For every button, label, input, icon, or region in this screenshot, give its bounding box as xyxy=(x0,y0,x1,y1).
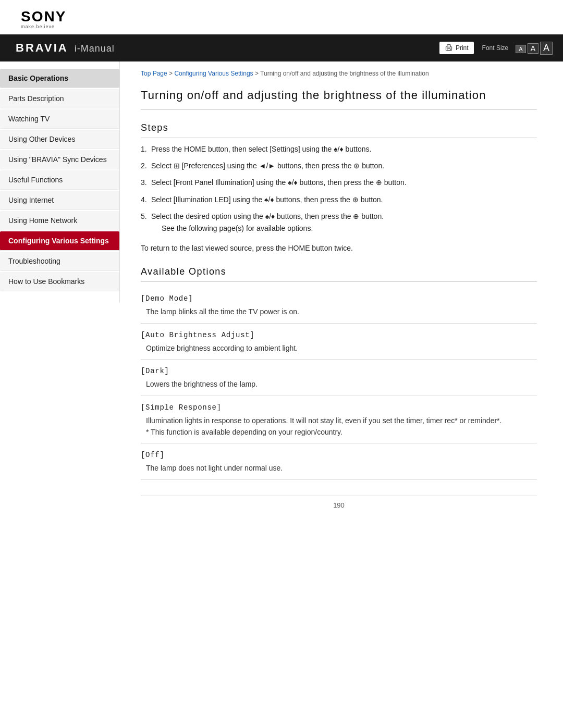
option-desc-0: The lamp blinks all the time the TV powe… xyxy=(141,306,537,317)
font-large-button[interactable]: A xyxy=(540,42,553,55)
breadcrumb-configuring[interactable]: Configuring Various Settings xyxy=(174,70,253,77)
step-item-3: 3. Select [Front Panel Illumination] usi… xyxy=(141,177,537,188)
svg-rect-1 xyxy=(447,45,450,47)
sidebar-item-how-to-use-bookmarks[interactable]: How to Use Bookmarks xyxy=(0,272,119,291)
imanual-label: i-Manual xyxy=(75,43,115,54)
option-desc-1: Optimize brightness according to ambient… xyxy=(141,342,537,354)
option-title-2: [Dark] xyxy=(141,367,537,375)
step-item-4: 4. Select [Illumination LED] using the ♠… xyxy=(141,194,537,205)
option-block-2: [Dark]Lowers the brightness of the lamp. xyxy=(141,360,537,396)
step-item-2: 2. Select ⊞ [Preferences] using the ◄/► … xyxy=(141,160,537,171)
print-icon xyxy=(445,44,453,52)
font-medium-button[interactable]: A xyxy=(528,43,538,54)
option-desc-2: Lowers the brightness of the lamp. xyxy=(141,378,537,390)
main-layout: Basic OperationsParts DescriptionWatchin… xyxy=(0,61,563,687)
top-bar: SONY make.believe xyxy=(0,0,563,34)
step-num-2: 2. xyxy=(141,160,147,171)
font-small-button[interactable]: A xyxy=(516,45,525,53)
header-bar: BRAVIA i-Manual Print Font Size A A A xyxy=(0,34,563,61)
sidebar-item-using-home-network[interactable]: Using Home Network xyxy=(0,211,119,230)
font-size-label: Font Size xyxy=(482,44,509,52)
sidebar-item-using-other-devices[interactable]: Using Other Devices xyxy=(0,130,119,149)
page-title: Turning on/off and adjusting the brightn… xyxy=(141,88,537,110)
return-note: To return to the last viewed source, pre… xyxy=(141,242,537,254)
option-block-3: [Simple Response]Illumination lights in … xyxy=(141,396,537,444)
breadcrumb-top-page[interactable]: Top Page xyxy=(141,70,167,77)
content-area: Top Page > Configuring Various Settings … xyxy=(120,61,563,687)
available-options-heading: Available Options xyxy=(141,266,537,282)
option-title-1: [Auto Brightness Adjust] xyxy=(141,331,537,339)
sidebar-item-basic-operations[interactable]: Basic Operations xyxy=(0,69,119,88)
sony-logo: SONY make.believe xyxy=(21,9,542,29)
option-block-0: [Demo Mode]The lamp blinks all the time … xyxy=(141,287,537,323)
step-num-4: 4. xyxy=(141,194,147,205)
options-list: [Demo Mode]The lamp blinks all the time … xyxy=(141,287,537,479)
sidebar-item-using-internet[interactable]: Using Internet xyxy=(0,191,119,210)
sidebar-item-watching-tv[interactable]: Watching TV xyxy=(0,109,119,129)
sony-tagline: make.believe xyxy=(21,24,542,29)
option-block-4: [Off]The lamp does not light under norma… xyxy=(141,443,537,479)
option-title-4: [Off] xyxy=(141,451,537,459)
svg-point-3 xyxy=(447,47,448,48)
sidebar-item-configuring-various-settings[interactable]: Configuring Various Settings xyxy=(0,231,119,251)
print-label: Print xyxy=(456,44,469,52)
svg-rect-2 xyxy=(447,49,450,51)
sidebar: Basic OperationsParts DescriptionWatchin… xyxy=(0,61,120,303)
sidebar-item-troubleshooting[interactable]: Troubleshooting xyxy=(0,252,119,271)
steps-heading: Steps xyxy=(141,122,537,138)
option-desc-3: Illumination lights in response to opera… xyxy=(141,415,537,438)
print-button[interactable]: Print xyxy=(439,42,474,54)
breadcrumb-current: Turning on/off and adjusting the brightn… xyxy=(260,70,429,77)
sony-brand: SONY xyxy=(21,9,542,24)
breadcrumb: Top Page > Configuring Various Settings … xyxy=(141,69,537,78)
step-num-5: 5. xyxy=(141,211,147,222)
step-item-1: 1. Press the HOME button, then select [S… xyxy=(141,143,537,155)
see-following-note: See the following page(s) for available … xyxy=(151,223,537,234)
bravia-title: BRAVIA i-Manual xyxy=(16,41,115,55)
header-controls: Print Font Size A A A xyxy=(439,42,553,55)
option-block-1: [Auto Brightness Adjust]Optimize brightn… xyxy=(141,324,537,360)
option-desc-4: The lamp does not light under normal use… xyxy=(141,462,537,474)
sidebar-item-parts-description[interactable]: Parts Description xyxy=(0,89,119,108)
bravia-brand: BRAVIA xyxy=(16,41,68,55)
step-item-5: 5. Select the desired option using the ♠… xyxy=(141,211,537,234)
breadcrumb-sep2: > xyxy=(253,70,260,77)
steps-list: 1. Press the HOME button, then select [S… xyxy=(141,143,537,234)
sidebar-item-using-bravia-sync[interactable]: Using "BRAVIA" Sync Devices xyxy=(0,150,119,169)
option-title-0: [Demo Mode] xyxy=(141,294,537,303)
step-num-1: 1. xyxy=(141,143,147,155)
page-number: 190 xyxy=(141,496,537,509)
breadcrumb-sep1: > xyxy=(167,70,175,77)
sidebar-item-useful-functions[interactable]: Useful Functions xyxy=(0,170,119,190)
step-num-3: 3. xyxy=(141,177,147,188)
font-size-controls: A A A xyxy=(516,42,553,55)
option-title-3: [Simple Response] xyxy=(141,403,537,412)
